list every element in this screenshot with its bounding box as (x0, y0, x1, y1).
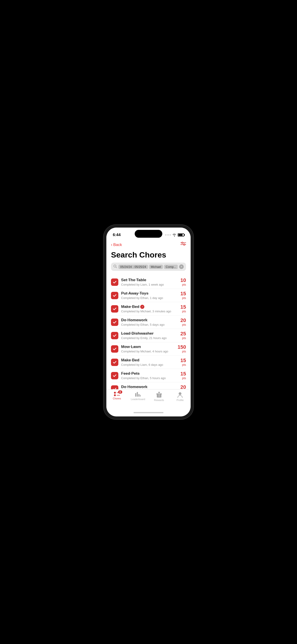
chore-name: Put Away Toys (121, 291, 178, 296)
chore-meta: Completed by Ethan, 5 hours ago (121, 376, 178, 380)
chore-checkbox[interactable] (111, 332, 118, 339)
search-tags: 05/24/24 - 05/25/24 Michael Comp... (118, 265, 178, 269)
points-label: pts (180, 363, 186, 366)
chore-points: 15 pts (180, 371, 186, 380)
svg-point-13 (179, 392, 182, 395)
battery-icon (178, 233, 184, 236)
chore-info: Put Away Toys Completed by Ethan, 1 day … (121, 291, 178, 300)
phone-screen: 6:44 (106, 228, 191, 416)
svg-rect-9 (140, 395, 141, 397)
chore-info: Feed Pets Completed by Ethan, 5 hours ag… (121, 371, 178, 380)
tab-profile-label: Profile (176, 399, 184, 402)
svg-rect-6 (135, 393, 136, 397)
chore-meta: Completed by Emily, 21 hours ago (121, 336, 178, 340)
chore-checkbox[interactable] (111, 318, 118, 326)
points-number: 10 (180, 278, 186, 283)
chore-name: Mow Lawn (121, 344, 175, 349)
profile-tab-icon-wrap (177, 392, 183, 398)
chore-item[interactable]: Make Bed Completed by Michael, 3 minutes… (111, 302, 186, 316)
chore-points: 20 pts (180, 385, 186, 389)
svg-line-5 (116, 267, 117, 268)
leaderboard-icon (135, 392, 141, 397)
tab-rewards[interactable]: Rewards (148, 392, 170, 402)
svg-rect-7 (137, 392, 138, 397)
chore-item[interactable]: Mow Lawn Completed by Michael, 4 hours a… (111, 342, 186, 356)
points-number: 20 (180, 318, 186, 323)
tab-profile[interactable]: Profile (170, 392, 191, 402)
chore-item[interactable]: Load Dishwasher Completed by Emily, 21 h… (111, 329, 186, 342)
chores-badge: 8 (118, 390, 122, 394)
chore-name: Make Bed (121, 358, 178, 362)
header: ‹ Back Search Chores (106, 239, 191, 276)
chore-meta: Completed by Ethan, 1 day ago (121, 296, 178, 300)
back-button[interactable]: ‹ Back (111, 242, 122, 247)
nav-row: ‹ Back (111, 242, 186, 248)
points-label: pts (180, 310, 186, 313)
points-label: pts (180, 323, 186, 326)
search-bar[interactable]: 05/24/24 - 05/25/24 Michael Comp... × (111, 262, 186, 271)
chore-item[interactable]: Set The Table Completed by Liam, 1 week … (111, 276, 186, 289)
chore-checkbox[interactable] (111, 292, 118, 299)
points-label: pts (180, 296, 186, 300)
chore-name: Make Bed (121, 304, 178, 309)
status-time: 6:44 (113, 233, 121, 237)
page-title: Search Chores (111, 250, 186, 259)
rewards-tab-icon-wrap (156, 392, 162, 398)
points-number: 15 (180, 358, 186, 363)
home-bar (134, 412, 164, 413)
chore-meta: Completed by Ethan, 5 days ago (121, 323, 178, 326)
chore-item[interactable]: Do Homework Completed by Ethan, 5 days a… (111, 316, 186, 329)
chore-name: Set The Table (121, 278, 178, 282)
tab-chores[interactable]: 8 Chores (106, 392, 128, 400)
chore-name: Feed Pets (121, 371, 178, 376)
chore-name: Do Homework (121, 318, 178, 322)
points-number: 15 (180, 291, 186, 296)
points-label: pts (180, 376, 186, 380)
search-tag-status: Comp... (164, 265, 178, 269)
points-number: 20 (180, 385, 186, 389)
chore-meta: Completed by Liam, 6 days ago (121, 363, 178, 366)
chore-info: Make Bed Completed by Michael, 3 minutes… (121, 304, 178, 313)
points-number: 25 (180, 331, 186, 336)
dynamic-island (135, 230, 162, 238)
chore-checkbox[interactable] (111, 372, 118, 379)
chore-checkbox[interactable] (111, 278, 118, 286)
screen-content[interactable]: ‹ Back Search Chores (106, 239, 191, 389)
leaderboard-tab-icon-wrap (135, 392, 141, 397)
chores-tab-icon-wrap: 8 (114, 392, 120, 396)
tab-leaderboard[interactable]: Leaderboard (128, 392, 149, 400)
chore-points: 15 pts (180, 304, 186, 313)
chore-info: Do Homework Completed by Liam, 4 days ag… (121, 385, 178, 389)
chore-checkbox[interactable] (111, 345, 118, 353)
chore-points: 150 pts (178, 344, 186, 353)
chore-points: 20 pts (180, 318, 186, 326)
filter-icon[interactable] (180, 242, 186, 248)
svg-point-1 (182, 242, 183, 244)
chore-meta: Completed by Liam, 1 week ago (121, 283, 178, 286)
points-number: 15 (180, 304, 186, 310)
chore-item[interactable]: Make Bed Completed by Liam, 6 days ago 1… (111, 356, 186, 369)
wifi-icon (172, 233, 176, 236)
search-tag-person: Michael (149, 265, 163, 269)
chore-info: Make Bed Completed by Liam, 6 days ago (121, 358, 178, 366)
chore-item[interactable]: Feed Pets Completed by Ethan, 5 hours ag… (111, 369, 186, 382)
tab-leaderboard-label: Leaderboard (131, 398, 145, 400)
chore-info: Load Dishwasher Completed by Emily, 21 h… (121, 331, 178, 340)
chore-checkbox[interactable] (111, 358, 118, 366)
search-clear-button[interactable]: × (179, 264, 184, 269)
points-number: 150 (178, 344, 186, 350)
chore-checkbox[interactable] (111, 385, 118, 390)
rewards-icon (156, 392, 162, 398)
chore-item[interactable]: Do Homework Completed by Liam, 4 days ag… (111, 382, 186, 389)
chore-checkbox[interactable] (111, 305, 118, 312)
chore-item[interactable]: Put Away Toys Completed by Ethan, 1 day … (111, 289, 186, 302)
search-tag-date: 05/24/24 - 05/25/24 (118, 265, 148, 269)
tab-bar: 8 Chores Leaderboard (106, 389, 191, 408)
tab-chores-label: Chores (113, 397, 121, 400)
svg-rect-8 (138, 394, 140, 397)
signal-icon (165, 234, 171, 236)
verified-badge (140, 305, 144, 309)
svg-point-3 (184, 244, 185, 245)
chore-name: Do Homework (121, 385, 178, 389)
profile-icon (177, 392, 183, 398)
